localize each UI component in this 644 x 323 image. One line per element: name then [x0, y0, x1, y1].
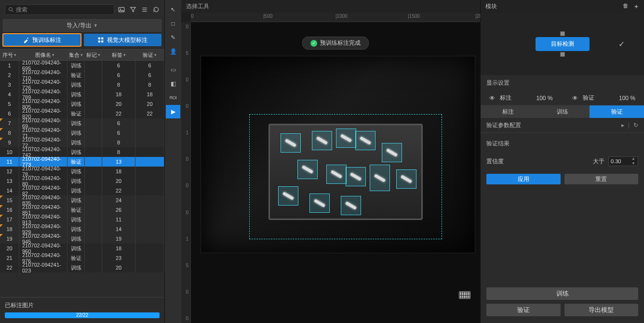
- keyboard-shortcuts-button[interactable]: [459, 291, 470, 299]
- table-row[interactable]: 2210702-094240-710验证66: [0, 70, 164, 80]
- confidence-label: 置信度: [486, 157, 504, 166]
- node-handle-top[interactable]: [560, 31, 565, 36]
- table-row[interactable]: 14210702-094240-82…训练22: [0, 186, 164, 195]
- svg-rect-10: [98, 40, 100, 42]
- display-settings-title: 显示设置: [481, 75, 644, 91]
- table-row[interactable]: 3210702-094240-726训练88: [0, 80, 164, 90]
- detection-box[interactable]: [336, 129, 356, 148]
- spinner-down[interactable]: ▼: [629, 161, 638, 166]
- detection-box[interactable]: [396, 169, 416, 189]
- svg-point-7: [27, 38, 28, 39]
- caret-down-icon: ▼: [94, 23, 98, 28]
- table-row[interactable]: 12210702-094240-78…训练18: [0, 167, 164, 176]
- tab-train[interactable]: 训练: [535, 105, 590, 118]
- verify-params-row[interactable]: 验证参数配置 ▸ | ↻: [481, 118, 644, 132]
- tool-draw[interactable]: ✎: [166, 31, 180, 44]
- apply-button[interactable]: 应用: [486, 174, 561, 184]
- mode-tabs: 标注 训练 验证: [481, 105, 644, 118]
- add-module-icon[interactable]: ＋: [633, 2, 639, 11]
- tool-mask[interactable]: ◧: [166, 77, 180, 90]
- module-node-detection[interactable]: 目标检测: [536, 37, 590, 51]
- history-icon[interactable]: ↻: [633, 122, 638, 129]
- detection-box[interactable]: [341, 196, 361, 215]
- left-panel: 搜索 导入/导出 ▼ 预训练标注 视觉大模型标注 序号▾ 图像名▾ 集合▾ 标记…: [0, 0, 165, 323]
- table-row[interactable]: 15210702-094240-835训练24: [0, 195, 164, 205]
- tool-run[interactable]: ▶: [166, 105, 180, 118]
- tool-roi[interactable]: ROI: [166, 91, 180, 104]
- table-row[interactable]: 16210702-094240-851验证26: [0, 205, 164, 215]
- vision-model-annotation-button[interactable]: 视觉大模型标注: [84, 34, 162, 46]
- tab-verify[interactable]: 验证: [590, 105, 644, 118]
- export-model-button[interactable]: 导出模型: [564, 304, 639, 316]
- display-verify-text: 验证: [583, 94, 594, 102]
- refresh-icon[interactable]: [152, 5, 161, 14]
- table-row[interactable]: 22210702-094241-023训练20: [0, 263, 164, 272]
- detection-box[interactable]: [370, 165, 390, 191]
- confidence-spinner[interactable]: ▲ ▼: [608, 156, 638, 166]
- svg-rect-8: [98, 38, 100, 39]
- detection-box[interactable]: [312, 131, 332, 150]
- col-index[interactable]: 序号▾: [0, 50, 19, 60]
- check-circle-icon: ✓: [310, 40, 317, 47]
- table-row[interactable]: 1210702-094240-695训练66: [0, 61, 164, 70]
- visibility-label-icon[interactable]: 👁: [489, 95, 495, 102]
- col-name[interactable]: 图像名▾: [19, 50, 67, 60]
- detection-box[interactable]: [355, 131, 376, 150]
- train-button[interactable]: 训练: [486, 287, 638, 300]
- table-row[interactable]: 19210702-094240-945训练19: [0, 234, 164, 244]
- search-input[interactable]: 搜索: [5, 4, 114, 15]
- detection-box[interactable]: [281, 133, 301, 153]
- pretrain-annotation-button[interactable]: 预训练标注: [3, 34, 81, 46]
- table-row[interactable]: 10210702-094240-742训练8: [0, 147, 164, 157]
- table-row[interactable]: 13210702-094240-80…训练20: [0, 176, 164, 186]
- confidence-input[interactable]: [609, 158, 629, 164]
- delete-module-icon[interactable]: 🗑: [623, 2, 629, 11]
- table-row[interactable]: 7210702-094240-69…训练6: [0, 118, 164, 128]
- col-label[interactable]: 标签▾: [102, 50, 135, 60]
- svg-line-1: [12, 11, 13, 12]
- detection-box[interactable]: [309, 194, 330, 213]
- verify-button[interactable]: 验证: [486, 304, 561, 316]
- filter-icon[interactable]: [129, 5, 137, 14]
- module-graph[interactable]: 目标检测 ✓: [481, 13, 644, 75]
- col-mark[interactable]: 标记▾: [85, 50, 102, 60]
- table-row[interactable]: 4210702-094240-789训练1818: [0, 90, 164, 99]
- table-row[interactable]: 9210702-094240-72…训练8: [0, 138, 164, 147]
- gallery-icon[interactable]: [117, 5, 126, 14]
- detection-box[interactable]: [382, 143, 402, 162]
- table-row[interactable]: 6210702-094240-820验证2222: [0, 109, 164, 118]
- run-module-icon[interactable]: ✓: [618, 39, 625, 49]
- detection-box[interactable]: [278, 186, 298, 206]
- canvas-area: 选择工具 0|500|1000|1500|2k 050010001500 ✓ 预…: [181, 0, 480, 323]
- table-row[interactable]: 11210702-094240-773验证13: [0, 157, 164, 167]
- spinner-up[interactable]: ▲: [629, 156, 638, 161]
- table-row[interactable]: 21210702-094240-976验证23: [0, 253, 164, 263]
- tool-box[interactable]: ▭: [166, 63, 180, 77]
- tool-select[interactable]: ↖: [166, 3, 180, 16]
- image-table-header: 序号▾ 图像名▾ 集合▾ 标记▾ 标签▾ 验证▾: [0, 49, 164, 61]
- right-panel: 模块 🗑 ＋ 目标检测 ✓ 显示设置 👁 标注 100 % 👁 验证 100 %…: [480, 0, 644, 323]
- table-row[interactable]: 17210702-094240-913训练11: [0, 215, 164, 224]
- detection-box[interactable]: [297, 160, 318, 179]
- annotation-progress: 22/22: [5, 312, 160, 318]
- list-view-icon[interactable]: [140, 5, 149, 14]
- visibility-verify-icon[interactable]: 👁: [572, 95, 578, 102]
- reset-button[interactable]: 重置: [564, 174, 639, 184]
- confidence-row: 置信度 大于 ▲ ▼: [481, 152, 644, 171]
- node-handle-bottom[interactable]: [560, 52, 565, 57]
- table-row[interactable]: 18210702-094240-929训练14: [0, 224, 164, 234]
- tool-rect[interactable]: □: [166, 17, 180, 30]
- import-export-button[interactable]: 导入/导出 ▼: [3, 19, 161, 32]
- tab-annotate[interactable]: 标注: [481, 105, 535, 118]
- table-row[interactable]: 20210702-094240-960训练18: [0, 244, 164, 253]
- tool-person[interactable]: 👤: [166, 45, 180, 58]
- col-set[interactable]: 集合▾: [67, 50, 85, 60]
- expand-icon[interactable]: ▸: [621, 122, 624, 129]
- detection-box[interactable]: [346, 167, 366, 186]
- col-verify[interactable]: 验证▾: [135, 50, 164, 60]
- table-row[interactable]: 5210702-094240-805训练2020: [0, 99, 164, 109]
- table-row[interactable]: 8210702-094240-71…训练6: [0, 128, 164, 138]
- detection-box[interactable]: [326, 165, 347, 184]
- image-viewport[interactable]: ✓ 预训练标注完成: [191, 22, 480, 323]
- vertical-ruler: 050010001500: [181, 22, 191, 323]
